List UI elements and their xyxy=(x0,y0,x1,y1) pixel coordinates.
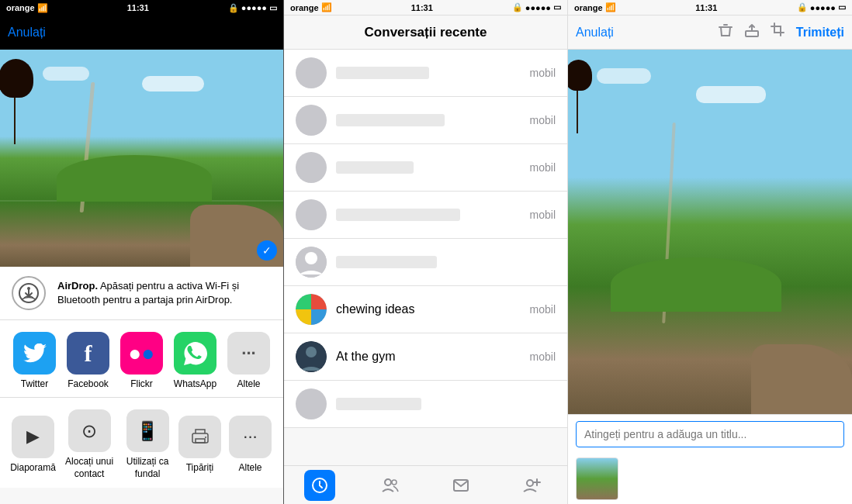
svg-rect-14 xyxy=(746,31,758,36)
contact-info xyxy=(336,209,521,221)
use-wallpaper-label: Utilizați ca fundal xyxy=(120,456,175,480)
twitter-label: Twitter xyxy=(21,378,48,389)
app-whatsapp[interactable]: WhatsApp xyxy=(170,332,220,389)
contact-name xyxy=(336,67,429,79)
app-facebook[interactable]: f Facebook xyxy=(63,332,113,389)
contact-info xyxy=(336,398,556,410)
svg-point-6 xyxy=(305,252,317,264)
carrier-left: orange xyxy=(6,3,35,12)
contact-badge: mobil xyxy=(530,161,556,174)
app-flickr[interactable]: ●● Flickr xyxy=(116,332,167,389)
facebook-icon: f xyxy=(67,332,109,375)
action-row: ▶ Diaporamă ⊙ Alocați unui contact 📱 Uti… xyxy=(0,398,283,488)
cloud-r1 xyxy=(597,68,651,84)
tab-contacts[interactable] xyxy=(375,470,406,501)
whatsapp-label: WhatsApp xyxy=(174,378,216,389)
contact-info xyxy=(336,114,521,126)
photo-thumbnail[interactable] xyxy=(576,457,618,500)
contact-badge-chewing: mobil xyxy=(530,303,556,316)
contact-info xyxy=(336,161,521,174)
carrier-middle: orange xyxy=(290,3,319,12)
nav-title-middle: Conversații recente xyxy=(365,25,487,40)
contact-badge: mobil xyxy=(530,67,556,79)
tab-messages[interactable] xyxy=(445,470,476,501)
crop-button[interactable] xyxy=(770,22,787,43)
svg-point-11 xyxy=(392,480,397,485)
panel-left: orange 📶 11:31 🔒 ●●●●● ▭ Anulați 1 poză … xyxy=(0,0,284,504)
contact-item[interactable]: mobil xyxy=(284,97,567,144)
contact-info-chewing: chewing ideas xyxy=(336,302,521,316)
selected-checkmark: ✓ xyxy=(257,240,277,261)
contact-badge: mobil xyxy=(530,114,556,126)
contact-badge: mobil xyxy=(530,209,556,221)
contact-name xyxy=(336,398,421,410)
signal-left: ●●●●● xyxy=(241,3,267,12)
contact-info xyxy=(336,256,546,268)
wifi-icon-right: 📶 xyxy=(605,2,616,12)
svg-point-10 xyxy=(385,479,391,485)
contact-name-gym: At the gym xyxy=(336,350,521,364)
contacts-list: mobil mobil mobil mobil xyxy=(284,50,567,465)
twitter-icon xyxy=(13,332,56,375)
svg-point-8 xyxy=(306,347,317,357)
carrier-right: orange xyxy=(574,3,603,12)
battery-left: ▭ xyxy=(269,3,277,13)
cloud-r2 xyxy=(696,86,766,103)
assign-contact-label: Alocați unui contact xyxy=(58,456,120,480)
action-more[interactable]: ··· Altele xyxy=(225,416,275,475)
photo-editor xyxy=(568,50,852,414)
airdrop-section[interactable]: AirDrop. Apăsați pentru a activa Wi-Fi ș… xyxy=(0,267,283,320)
contact-item[interactable] xyxy=(284,239,567,286)
tab-recent[interactable] xyxy=(304,470,335,501)
contact-item[interactable]: mobil xyxy=(284,192,567,239)
delete-button[interactable] xyxy=(717,22,734,43)
caption-input[interactable] xyxy=(576,421,844,447)
contact-name xyxy=(336,114,445,126)
contact-item[interactable]: mobil xyxy=(284,144,567,192)
panel-middle: orange 📶 11:31 🔒 ●●●●● ▭ Conversații rec… xyxy=(284,0,568,504)
lock-icon-right: 🔒 xyxy=(797,2,808,12)
contact-item-chewing[interactable]: chewing ideas mobil xyxy=(284,286,567,333)
app-twitter[interactable]: Twitter xyxy=(9,332,60,389)
nav-toolbar: Trimiteți xyxy=(717,22,844,43)
action-assign-contact[interactable]: ⊙ Alocați unui contact xyxy=(58,409,120,480)
upload-button[interactable] xyxy=(743,22,760,43)
use-wallpaper-icon: 📱 xyxy=(126,409,169,452)
more-action-label: Altele xyxy=(238,462,261,475)
action-slideshow[interactable]: ▶ Diaporamă xyxy=(8,416,58,475)
tab-bar xyxy=(284,465,567,504)
svg-point-1 xyxy=(27,287,30,290)
lock-icon: 🔒 xyxy=(228,3,239,13)
contact-avatar xyxy=(296,105,327,136)
tab-add-contact[interactable] xyxy=(516,470,547,501)
contact-name-chewing: chewing ideas xyxy=(336,302,521,316)
slideshow-label: Diaporamă xyxy=(10,462,56,475)
cloud2 xyxy=(142,76,204,91)
time-left: 11:31 xyxy=(127,3,149,12)
thumbnail-row xyxy=(568,454,852,504)
time-right: 11:31 xyxy=(695,3,717,12)
battery-middle: ▭ xyxy=(553,2,561,12)
action-print[interactable]: Tipăriți xyxy=(175,416,225,475)
airdrop-text: AirDrop. Apăsați pentru a activa Wi-Fi ș… xyxy=(57,279,272,307)
more-action-icon: ··· xyxy=(229,416,272,458)
contact-avatar xyxy=(296,57,327,88)
action-use-wallpaper[interactable]: 📱 Utilizați ca fundal xyxy=(120,409,175,480)
contact-item[interactable]: mobil xyxy=(284,50,567,97)
contact-badge-gym: mobil xyxy=(530,350,556,363)
app-share-row: Twitter f Facebook ●● Flickr WhatsApp ··… xyxy=(0,320,283,398)
contact-item[interactable] xyxy=(284,381,567,428)
app-more-share[interactable]: ··· Altele xyxy=(223,332,274,389)
cancel-button-left[interactable]: Anulați xyxy=(8,26,46,40)
cancel-button-right[interactable]: Anulați xyxy=(576,26,614,40)
nav-title-left: 1 poză selectată xyxy=(91,25,192,40)
contact-item-gym[interactable]: At the gym mobil xyxy=(284,333,567,381)
photo-bg xyxy=(0,50,283,267)
panel-right: orange 📶 11:31 🔒 ●●●●● ▭ Anulați Trimite… xyxy=(568,0,852,504)
hill xyxy=(57,155,212,202)
more-share-label: Altele xyxy=(237,378,260,389)
flickr-label: Flickr xyxy=(130,378,153,389)
send-button[interactable]: Trimiteți xyxy=(796,26,844,40)
contact-avatar xyxy=(296,247,327,278)
contact-avatar-chewing xyxy=(296,294,327,325)
